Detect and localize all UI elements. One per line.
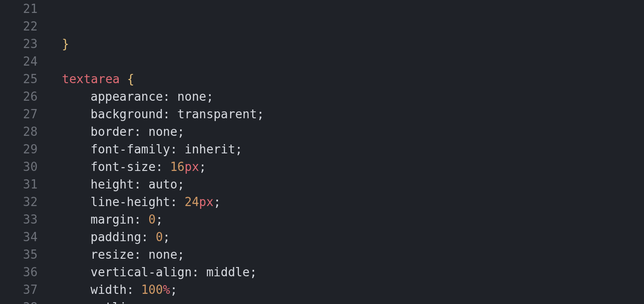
css-unit: px	[199, 195, 213, 209]
code-line[interactable]: resize: none;	[44, 246, 644, 263]
code-editor[interactable]: 212223242526272829303132333435363738 }te…	[0, 0, 644, 304]
css-property: font-size	[91, 160, 156, 174]
css-value: middle	[206, 265, 249, 279]
code-line[interactable]: font-size: 16px;	[44, 158, 644, 176]
css-property: height	[91, 177, 134, 191]
css-number: 0	[156, 230, 163, 244]
code-line[interactable]: textarea {	[44, 70, 644, 88]
brace-close: }	[62, 37, 69, 51]
line-number: 33	[0, 211, 38, 228]
line-number: 36	[0, 263, 38, 281]
line-number: 21	[0, 0, 38, 18]
code-line[interactable]	[44, 53, 644, 70]
line-number: 37	[0, 281, 38, 298]
css-number: 16	[170, 160, 184, 174]
line-number-gutter: 212223242526272829303132333435363738	[0, 0, 44, 304]
code-line[interactable]: outline: none;	[44, 298, 644, 304]
code-line[interactable]: background: transparent;	[44, 105, 644, 123]
line-number: 35	[0, 246, 38, 263]
css-property: border	[91, 125, 134, 139]
css-number: 0	[148, 213, 156, 226]
line-number: 25	[0, 70, 38, 88]
line-number: 31	[0, 176, 38, 193]
line-number: 30	[0, 158, 38, 176]
css-property: padding	[91, 230, 141, 244]
css-property: font-family	[91, 142, 170, 156]
line-number: 32	[0, 193, 38, 211]
line-number: 24	[0, 53, 38, 70]
code-line[interactable]: appearance: none;	[44, 88, 644, 105]
css-value: none	[177, 90, 207, 103]
line-number: 29	[0, 140, 38, 158]
css-number: 100	[141, 283, 163, 297]
code-line[interactable]: }	[44, 35, 644, 53]
css-property: line-height	[91, 195, 170, 209]
code-line[interactable]: line-height: 24px;	[44, 193, 644, 211]
code-line[interactable]: padding: 0;	[44, 228, 644, 246]
css-property: vertical-align	[91, 265, 192, 279]
code-line[interactable]: border: none;	[44, 123, 644, 140]
css-unit: px	[185, 160, 199, 174]
code-area[interactable]: }textarea {appearance: none;background: …	[44, 0, 644, 304]
css-unit: %	[163, 283, 170, 297]
css-property: resize	[91, 248, 134, 261]
css-property: outline	[91, 300, 141, 304]
code-line[interactable]: height: auto;	[44, 176, 644, 193]
line-number: 28	[0, 123, 38, 140]
css-property: appearance	[91, 90, 163, 103]
css-value: inherit	[185, 142, 236, 156]
css-value: none	[148, 125, 177, 139]
css-value: auto	[148, 177, 177, 191]
brace-open: {	[127, 72, 134, 86]
css-property: background	[91, 107, 163, 121]
line-number: 26	[0, 88, 38, 105]
code-line[interactable]: font-family: inherit;	[44, 140, 644, 158]
css-value: none	[148, 248, 177, 261]
code-line[interactable]: width: 100%;	[44, 281, 644, 298]
code-line[interactable]: vertical-align: middle;	[44, 263, 644, 281]
css-property: margin	[91, 213, 134, 226]
css-number: 24	[185, 195, 199, 209]
css-value: none	[156, 300, 185, 304]
css-property: width	[91, 283, 127, 297]
line-number: 27	[0, 105, 38, 123]
line-number: 23	[0, 35, 38, 53]
line-number: 34	[0, 228, 38, 246]
code-line[interactable]: margin: 0;	[44, 211, 644, 228]
line-number: 22	[0, 18, 38, 35]
css-value: transparent	[177, 107, 257, 121]
css-selector: textarea	[62, 72, 120, 86]
line-number: 38	[0, 298, 38, 304]
